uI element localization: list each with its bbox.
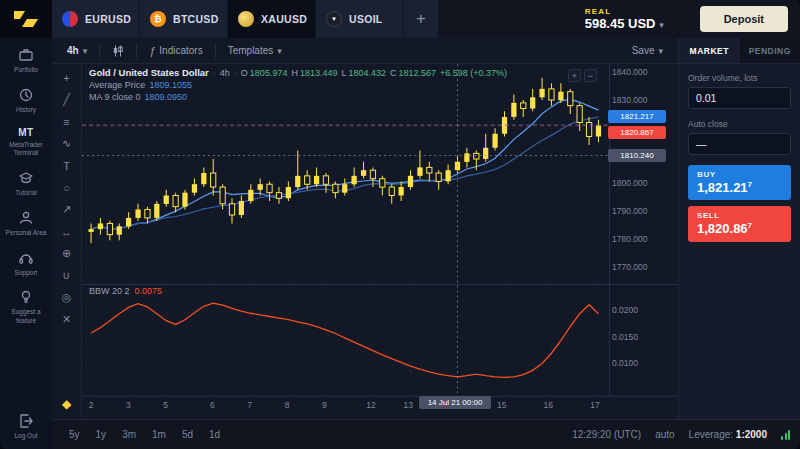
tab-market[interactable]: MARKET xyxy=(679,38,740,63)
tab-label: USOIL xyxy=(349,13,383,25)
text-tool-icon[interactable]: T xyxy=(58,158,76,173)
trend-line-tool-icon[interactable]: ╱ xyxy=(58,92,76,107)
sidebar-item-support[interactable]: Support xyxy=(0,250,52,278)
toolbar-divider xyxy=(99,44,100,58)
chart-canvas[interactable] xyxy=(82,64,678,421)
zoom-out-button[interactable]: − xyxy=(584,69,597,82)
trading-terminal: EURUSD ₿ BTCUSD XAUUSD ▾ USOIL + REAL 59… xyxy=(0,0,800,449)
exness-watermark-icon: ◆ xyxy=(62,397,71,411)
shapes-tool-icon[interactable]: ○ xyxy=(58,180,76,195)
symbol-tab-usoil[interactable]: ▾ USOIL xyxy=(316,0,404,38)
indicators-button[interactable]: ƒ Indicators xyxy=(142,42,209,60)
xauusd-gold-icon xyxy=(238,11,254,27)
average-price-value: 1809.1055 xyxy=(149,80,192,90)
bbw-value: 0.0075 xyxy=(135,286,163,296)
bbw-label: BBW 20 2 xyxy=(89,286,130,296)
sidebar-item-history[interactable]: History xyxy=(0,87,52,115)
volume-label: Order volume, lots xyxy=(688,73,791,83)
sidebar-item-suggest-feature[interactable]: Suggest a feature xyxy=(0,289,52,326)
buy-button[interactable]: BUY 1,821.217 xyxy=(688,165,791,200)
sidebar-item-personal-area[interactable]: Personal Area xyxy=(0,210,52,238)
tab-pending[interactable]: PENDING xyxy=(740,38,800,63)
low-value: 1804.432 xyxy=(348,68,386,78)
range-5d-button[interactable]: 5d xyxy=(175,426,200,443)
logout-icon xyxy=(18,413,34,429)
symbol-tab-eurusd[interactable]: EURUSD xyxy=(52,0,140,38)
symbol-tab-btcusd[interactable]: ₿ BTCUSD xyxy=(140,0,228,38)
open-value: 1805.974 xyxy=(250,68,288,78)
sidebar-item-tutorial[interactable]: Tutorial xyxy=(0,170,52,198)
fib-retracement-tool-icon[interactable]: ≡ xyxy=(58,114,76,129)
chart-toolbar: 4h ▾ ƒ Indicators xyxy=(52,38,678,64)
measure-tool-icon[interactable]: ↔ xyxy=(58,224,76,239)
account-balance: 598.45 USD ▾ xyxy=(585,16,664,31)
tab-label: BTCUSD xyxy=(173,13,219,25)
history-clock-icon xyxy=(18,87,34,103)
toolbar-divider xyxy=(136,44,137,58)
account-selector[interactable]: REAL 598.45 USD ▾ xyxy=(575,0,674,38)
sell-price: 1,820.867 xyxy=(697,221,782,236)
arrow-tool-icon[interactable]: ↗ xyxy=(58,202,76,217)
chart-style-button[interactable] xyxy=(105,42,131,60)
timezone-auto-toggle[interactable]: auto xyxy=(655,429,674,440)
high-value: 1813.449 xyxy=(300,68,338,78)
range-1d-button[interactable]: 1d xyxy=(202,426,227,443)
symbol-tab-xauusd[interactable]: XAUUSD xyxy=(228,0,316,38)
btcusd-coin-icon: ₿ xyxy=(150,11,166,27)
save-layout-button[interactable]: Save ▾ xyxy=(625,42,670,59)
range-1m-button[interactable]: 1m xyxy=(145,426,173,443)
add-symbol-button[interactable]: + xyxy=(404,0,438,38)
close-value: 1812.567 xyxy=(399,68,437,78)
app-sidebar: Portfolio History MT MetaTrader Terminal… xyxy=(0,38,52,449)
exness-logo[interactable] xyxy=(0,0,52,38)
auto-close-input[interactable]: — xyxy=(688,133,791,155)
candlestick-icon xyxy=(112,45,124,57)
volume-input[interactable]: 0.01 xyxy=(688,87,791,109)
visibility-tool-icon[interactable]: ◎ xyxy=(58,290,76,305)
templates-button[interactable]: Templates ▾ xyxy=(221,42,289,59)
zoom-tool-icon[interactable]: ⊕ xyxy=(58,246,76,261)
exness-logo-icon xyxy=(13,10,39,28)
timeframe-selector[interactable]: 4h ▾ xyxy=(60,42,94,59)
mt-logo-icon: MT xyxy=(18,127,33,138)
wave-pattern-tool-icon[interactable]: ∿ xyxy=(58,136,76,151)
tab-label: XAUUSD xyxy=(261,13,307,25)
clock-utc: 12:29:20 (UTC) xyxy=(572,429,641,440)
order-panel: MARKET PENDING Order volume, lots 0.01 A… xyxy=(678,38,800,419)
sidebar-item-portfolio[interactable]: Portfolio xyxy=(0,47,52,75)
usoil-drop-icon: ▾ xyxy=(326,11,342,27)
function-icon: ƒ xyxy=(149,45,155,57)
magnet-tool-icon[interactable]: ∪ xyxy=(58,268,76,283)
headset-icon xyxy=(18,250,34,266)
change-value: +6.598 (+0.37%) xyxy=(440,68,507,78)
chevron-down-icon: ▾ xyxy=(658,46,663,56)
chevron-down-icon: ▾ xyxy=(277,46,282,56)
average-price-label: Average Price xyxy=(89,80,145,90)
range-5y-button[interactable]: 5y xyxy=(62,426,87,443)
range-3m-button[interactable]: 3m xyxy=(115,426,143,443)
sell-button[interactable]: SELL 1,820.867 xyxy=(688,206,791,241)
connection-status-icon xyxy=(781,430,790,440)
crosshair-tool-icon[interactable]: + xyxy=(58,70,76,85)
sidebar-item-logout[interactable]: Log Out xyxy=(0,413,52,441)
toolbar-divider xyxy=(215,44,216,58)
top-bar: EURUSD ₿ BTCUSD XAUUSD ▾ USOIL + REAL 59… xyxy=(0,0,800,38)
portfolio-icon xyxy=(18,47,34,63)
leverage-indicator: Leverage: 1:2000 xyxy=(689,429,767,440)
bbw-indicator-legend: BBW 20 2 0.0075 xyxy=(89,286,162,296)
chart-legend: Gold / United States Dollar · 4h · O1805… xyxy=(89,67,507,104)
buy-price: 1,821.217 xyxy=(697,180,782,195)
auto-close-label: Auto close xyxy=(688,119,791,129)
zoom-in-button[interactable]: + xyxy=(568,69,581,82)
ma-label: MA 9 close 0 xyxy=(89,92,141,102)
symbol-title: Gold / United States Dollar xyxy=(89,67,209,78)
bottom-bar: 5y 1y 3m 1m 5d 1d 12:29:20 (UTC) auto Le… xyxy=(52,419,800,449)
legend-interval: 4h xyxy=(220,68,230,78)
deposit-button[interactable]: Deposit xyxy=(700,6,788,32)
drawing-toolbar: +╱≡∿T○↗↔⊕∪◎✕◆ xyxy=(52,64,82,419)
delete-drawings-icon[interactable]: ✕ xyxy=(58,312,76,327)
lightbulb-icon xyxy=(18,289,34,305)
price-chart[interactable]: 1840.0001830.0001800.0001790.0001780.000… xyxy=(82,64,678,419)
range-1y-button[interactable]: 1y xyxy=(89,426,114,443)
sidebar-item-metatrader[interactable]: MT MetaTrader Terminal xyxy=(0,127,52,159)
